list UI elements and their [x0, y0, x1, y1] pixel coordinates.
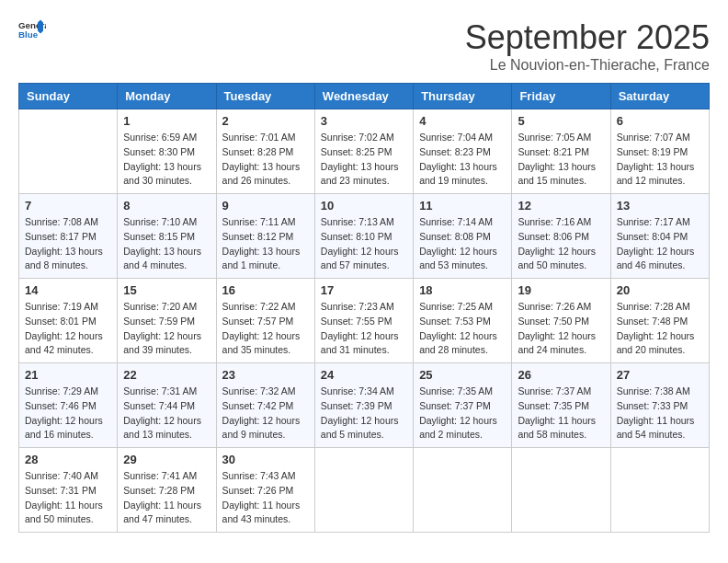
day-info: Sunrise: 7:10 AMSunset: 8:15 PMDaylight:…	[123, 215, 210, 273]
day-number: 6	[617, 114, 703, 128]
day-info: Sunrise: 7:28 AMSunset: 7:48 PMDaylight:…	[617, 300, 703, 358]
day-info: Sunrise: 7:37 AMSunset: 7:35 PMDaylight:…	[518, 385, 604, 442]
calendar-cell: 16Sunrise: 7:22 AMSunset: 7:57 PMDayligh…	[216, 279, 314, 363]
location-title: Le Nouvion-en-Thierache, France	[465, 57, 710, 74]
day-number: 15	[123, 283, 210, 297]
calendar-cell: 30Sunrise: 7:43 AMSunset: 7:26 PMDayligh…	[216, 448, 314, 533]
day-number: 11	[419, 199, 506, 213]
day-info: Sunrise: 7:08 AMSunset: 8:17 PMDaylight:…	[25, 215, 111, 273]
day-number: 26	[518, 368, 604, 382]
day-info: Sunrise: 7:13 AMSunset: 8:10 PMDaylight:…	[321, 215, 407, 273]
day-info: Sunrise: 7:14 AMSunset: 8:08 PMDaylight:…	[419, 215, 506, 273]
calendar-cell: 23Sunrise: 7:32 AMSunset: 7:42 PMDayligh…	[216, 363, 314, 448]
day-number: 18	[419, 283, 506, 297]
calendar-cell: 17Sunrise: 7:23 AMSunset: 7:55 PMDayligh…	[314, 279, 413, 363]
calendar-cell: 3Sunrise: 7:02 AMSunset: 8:25 PMDaylight…	[314, 109, 413, 194]
day-number: 13	[617, 199, 703, 213]
calendar-cell	[19, 109, 118, 194]
calendar-day-header: Monday	[118, 84, 216, 109]
day-number: 20	[617, 283, 703, 297]
logo: General Blue	[18, 18, 46, 40]
day-info: Sunrise: 7:32 AMSunset: 7:42 PMDaylight:…	[222, 385, 309, 442]
day-number: 27	[617, 368, 703, 382]
calendar-cell: 9Sunrise: 7:11 AMSunset: 8:12 PMDaylight…	[216, 194, 314, 279]
day-number: 1	[123, 114, 210, 128]
calendar-cell: 4Sunrise: 7:04 AMSunset: 8:23 PMDaylight…	[414, 109, 512, 194]
calendar-cell: 12Sunrise: 7:16 AMSunset: 8:06 PMDayligh…	[512, 194, 610, 279]
calendar-cell: 29Sunrise: 7:41 AMSunset: 7:28 PMDayligh…	[118, 448, 216, 533]
calendar-cell: 19Sunrise: 7:26 AMSunset: 7:50 PMDayligh…	[512, 279, 610, 363]
calendar-cell: 11Sunrise: 7:14 AMSunset: 8:08 PMDayligh…	[414, 194, 512, 279]
calendar-week-row: 21Sunrise: 7:29 AMSunset: 7:46 PMDayligh…	[19, 363, 710, 448]
logo-icon: General Blue	[18, 18, 46, 40]
calendar-cell: 20Sunrise: 7:28 AMSunset: 7:48 PMDayligh…	[610, 279, 709, 363]
calendar-day-header: Thursday	[414, 84, 512, 109]
day-info: Sunrise: 7:11 AMSunset: 8:12 PMDaylight:…	[222, 215, 309, 273]
day-info: Sunrise: 7:19 AMSunset: 8:01 PMDaylight:…	[25, 300, 111, 358]
day-info: Sunrise: 7:41 AMSunset: 7:28 PMDaylight:…	[123, 469, 210, 527]
day-number: 17	[321, 283, 407, 297]
calendar-cell: 5Sunrise: 7:05 AMSunset: 8:21 PMDaylight…	[512, 109, 610, 194]
day-info: Sunrise: 6:59 AMSunset: 8:30 PMDaylight:…	[123, 131, 210, 189]
day-number: 4	[419, 114, 506, 128]
day-info: Sunrise: 7:34 AMSunset: 7:39 PMDaylight:…	[321, 385, 407, 442]
day-info: Sunrise: 7:02 AMSunset: 8:25 PMDaylight:…	[321, 131, 407, 189]
day-info: Sunrise: 7:20 AMSunset: 7:59 PMDaylight:…	[123, 300, 210, 358]
calendar-week-row: 1Sunrise: 6:59 AMSunset: 8:30 PMDaylight…	[19, 109, 710, 194]
calendar-day-header: Friday	[512, 84, 610, 109]
calendar-week-row: 14Sunrise: 7:19 AMSunset: 8:01 PMDayligh…	[19, 279, 710, 363]
calendar-cell: 1Sunrise: 6:59 AMSunset: 8:30 PMDaylight…	[118, 109, 216, 194]
month-title: September 2025	[465, 18, 710, 57]
day-number: 3	[321, 114, 407, 128]
day-info: Sunrise: 7:38 AMSunset: 7:33 PMDaylight:…	[617, 385, 703, 442]
calendar-day-header: Saturday	[610, 84, 709, 109]
day-number: 14	[25, 283, 111, 297]
page-header: General Blue September 2025 Le Nouvion-e…	[18, 18, 710, 74]
day-number: 21	[25, 368, 111, 382]
calendar-week-row: 28Sunrise: 7:40 AMSunset: 7:31 PMDayligh…	[19, 448, 710, 533]
calendar-cell	[414, 448, 512, 533]
calendar-cell: 7Sunrise: 7:08 AMSunset: 8:17 PMDaylight…	[19, 194, 118, 279]
calendar-cell: 14Sunrise: 7:19 AMSunset: 8:01 PMDayligh…	[19, 279, 118, 363]
day-number: 30	[222, 453, 309, 466]
day-info: Sunrise: 7:26 AMSunset: 7:50 PMDaylight:…	[518, 300, 604, 358]
calendar-table: SundayMondayTuesdayWednesdayThursdayFrid…	[18, 83, 710, 533]
calendar-cell: 24Sunrise: 7:34 AMSunset: 7:39 PMDayligh…	[314, 363, 413, 448]
day-info: Sunrise: 7:17 AMSunset: 8:04 PMDaylight:…	[617, 215, 703, 273]
day-info: Sunrise: 7:07 AMSunset: 8:19 PMDaylight:…	[617, 131, 703, 189]
title-area: September 2025 Le Nouvion-en-Thierache, …	[465, 18, 710, 74]
day-number: 22	[123, 368, 210, 382]
calendar-cell: 2Sunrise: 7:01 AMSunset: 8:28 PMDaylight…	[216, 109, 314, 194]
svg-text:Blue: Blue	[18, 29, 39, 40]
day-number: 7	[25, 199, 111, 213]
calendar-cell: 15Sunrise: 7:20 AMSunset: 7:59 PMDayligh…	[118, 279, 216, 363]
day-number: 23	[222, 368, 309, 382]
day-number: 5	[518, 114, 604, 128]
day-number: 24	[321, 368, 407, 382]
calendar-cell: 10Sunrise: 7:13 AMSunset: 8:10 PMDayligh…	[314, 194, 413, 279]
day-number: 8	[123, 199, 210, 213]
day-info: Sunrise: 7:31 AMSunset: 7:44 PMDaylight:…	[123, 385, 210, 442]
day-number: 28	[25, 453, 111, 466]
calendar-cell	[610, 448, 709, 533]
day-number: 25	[419, 368, 506, 382]
calendar-cell	[314, 448, 413, 533]
calendar-week-row: 7Sunrise: 7:08 AMSunset: 8:17 PMDaylight…	[19, 194, 710, 279]
day-number: 10	[321, 199, 407, 213]
day-number: 2	[222, 114, 309, 128]
calendar-cell: 25Sunrise: 7:35 AMSunset: 7:37 PMDayligh…	[414, 363, 512, 448]
day-info: Sunrise: 7:43 AMSunset: 7:26 PMDaylight:…	[222, 469, 309, 527]
calendar-header-row: SundayMondayTuesdayWednesdayThursdayFrid…	[19, 84, 710, 109]
day-info: Sunrise: 7:29 AMSunset: 7:46 PMDaylight:…	[25, 385, 111, 442]
calendar-day-header: Sunday	[19, 84, 118, 109]
day-number: 9	[222, 199, 309, 213]
calendar-cell: 28Sunrise: 7:40 AMSunset: 7:31 PMDayligh…	[19, 448, 118, 533]
calendar-cell: 18Sunrise: 7:25 AMSunset: 7:53 PMDayligh…	[414, 279, 512, 363]
calendar-cell: 26Sunrise: 7:37 AMSunset: 7:35 PMDayligh…	[512, 363, 610, 448]
day-info: Sunrise: 7:35 AMSunset: 7:37 PMDaylight:…	[419, 385, 506, 442]
calendar-cell: 8Sunrise: 7:10 AMSunset: 8:15 PMDaylight…	[118, 194, 216, 279]
calendar-cell: 22Sunrise: 7:31 AMSunset: 7:44 PMDayligh…	[118, 363, 216, 448]
day-number: 16	[222, 283, 309, 297]
calendar-cell: 6Sunrise: 7:07 AMSunset: 8:19 PMDaylight…	[610, 109, 709, 194]
day-info: Sunrise: 7:40 AMSunset: 7:31 PMDaylight:…	[25, 469, 111, 527]
